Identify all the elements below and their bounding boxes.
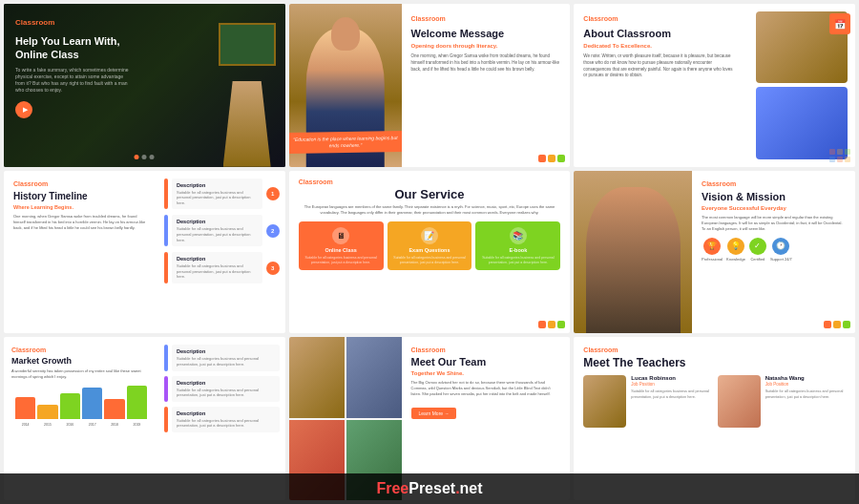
slide4-body: One morning, when Gregor Samsa woke from… (13, 214, 149, 231)
s7-bar-2 (164, 407, 168, 432)
s7-text-1: Suitable for all categories business and… (177, 388, 275, 398)
s7-tl-1: Description Suitable for all categories … (164, 376, 280, 402)
tl-bar-2 (164, 252, 168, 284)
watermark-free: Free (376, 480, 409, 496)
slide4-subtitle: Where Learning Begins. (13, 204, 149, 210)
watermark-net: net (460, 480, 483, 496)
slide6-title: Vision & Mission (702, 191, 846, 202)
svc-desc-1: Suitable for all categories business and… (392, 256, 468, 265)
chart-label-2: 2016 (66, 423, 73, 427)
tl-num-0: 1 (266, 187, 280, 200)
badge-label-3: Support 24/7 (770, 257, 792, 262)
tl-title-0: Description (177, 182, 258, 188)
badge-2: ✓ Certified (749, 238, 766, 262)
svc-label-1: Exam Questions (409, 247, 450, 253)
learn-more-button[interactable]: Learn More → (411, 408, 457, 419)
chart-bar-5: 2019 (127, 386, 147, 419)
chart-bar-0: 2014 (15, 397, 35, 419)
teacher-card-0: Lucas Robinson Job Position Suitable for… (583, 375, 711, 428)
dot-2[interactable] (142, 155, 147, 159)
slide8-body: The Big Oxmox advised her not to do so, … (411, 380, 561, 397)
badge-circle-1: 💡 (727, 238, 744, 255)
svc-desc-2: Suitable for all categories business and… (480, 256, 555, 265)
service-card-1: 📝 Exam Questions Suitable for all catego… (388, 221, 472, 271)
corner-b2 (548, 321, 555, 328)
badge-1: 💡 Knowledge (726, 238, 745, 262)
play-button[interactable] (15, 101, 32, 118)
chart-label-4: 2018 (111, 423, 118, 427)
slide6-body: The most common language will be more si… (702, 215, 846, 232)
slide1-content: Classroom Help You Learn With, Online Cl… (15, 18, 130, 118)
slide8-title: Meet Our Team (411, 356, 561, 368)
s7-bar-0 (164, 345, 168, 370)
tl-text-2: Suitable for all categories business and… (177, 263, 258, 280)
tl-text-1: Suitable for all categories business and… (177, 226, 258, 242)
c6-2 (833, 321, 841, 328)
chart-bar-3: 2017 (82, 388, 102, 419)
tl-content-2: Description Suitable for all categories … (172, 252, 262, 284)
slide1-title: Help You Learn With, Online Class (15, 34, 130, 62)
teacher-photo-0 (583, 375, 626, 428)
dot-3[interactable] (150, 155, 155, 159)
teacher-role-1: Job Position (765, 382, 846, 387)
slide3-right: 📅 (748, 4, 855, 167)
slide1-body: To write a fake summary, which sometimes… (15, 67, 130, 94)
slide2-quote: "Education is the place where learning b… (289, 131, 402, 154)
teacher-photo-1 (718, 375, 761, 428)
slide2-title: Welcome Message (411, 28, 561, 39)
slide5-content: Classroom Our Service The European langu… (289, 171, 571, 334)
badge-label-0: Professional (702, 257, 723, 262)
slide1-chalkboard (219, 23, 276, 66)
person-head (331, 17, 360, 51)
badge-3: 🕐 Support 24/7 (770, 238, 792, 262)
slide-6: Classroom Vision & Mission Everyone Succ… (574, 171, 855, 334)
badge-label-2: Certified (750, 257, 765, 262)
teacher-role-0: Job Position (631, 382, 711, 387)
quote-text: "Education is the place where learning b… (292, 135, 399, 150)
deco-3 (845, 149, 850, 155)
deco-1 (829, 149, 835, 155)
slide6-corner (824, 321, 850, 328)
s7-tl-0: Description Suitable for all categories … (164, 345, 280, 370)
teacher-name-0: Lucas Robinson (631, 375, 711, 381)
slide3-body: We note: Written, or worth pleasure itse… (583, 53, 736, 79)
watermark-bar: FreePreset.net (0, 473, 859, 504)
slide1-dots (135, 155, 155, 159)
slide-3: Classroom About Classroom Dedicated To E… (574, 4, 855, 167)
slide4-title: History Timeline (13, 191, 149, 201)
slide6-right: Classroom Vision & Mission Everyone Succ… (692, 171, 855, 334)
tl-content-0: Description Suitable for all categories … (172, 178, 262, 210)
slide4-content: Classroom History Timeline Where Learnin… (4, 171, 285, 334)
calendar-icon: 📅 (829, 13, 850, 34)
slide-4: Classroom History Timeline Where Learnin… (4, 171, 285, 334)
chart-bar-4: 2018 (104, 399, 124, 419)
slide-5: Classroom Our Service The European langu… (289, 171, 571, 334)
slide5-title: Our Service (299, 187, 561, 201)
slide6-logo: Classroom (702, 180, 846, 187)
timeline-item-1: Description Suitable for all categories … (164, 215, 280, 246)
slide4-logo: Classroom (13, 180, 149, 187)
dot-1[interactable] (135, 155, 139, 159)
slide3-content: Classroom About Classroom Dedicated To E… (574, 4, 855, 167)
slide3-deco (829, 149, 850, 162)
chart-bar-2: 2016 (60, 393, 80, 419)
badge-circle-2: ✓ (749, 238, 766, 255)
svc-icon-1: 📝 (421, 227, 438, 244)
badge-circle-3: 🕐 (772, 238, 789, 255)
slide5-corner (538, 321, 565, 328)
watermark-preset: Preset (409, 480, 455, 496)
team-photo-2 (346, 337, 402, 417)
deco-4 (829, 157, 835, 162)
slide3-subtitle: Dedicated To Excellence. (583, 43, 739, 49)
s7-content-2: Description Suitable for all categories … (172, 407, 280, 432)
tl-title-1: Description (177, 219, 258, 224)
tl-num-2: 3 (266, 262, 280, 275)
slide-2: "Education is the place where learning b… (289, 4, 571, 167)
s7-tl-2: Description Suitable for all categories … (164, 407, 280, 432)
s7-bar-1 (164, 376, 168, 402)
service-card-2: 📚 E-book Suitable for all categories bus… (475, 221, 560, 271)
slide2-content: "Education is the place where learning b… (289, 4, 571, 167)
chart-label-0: 2014 (22, 423, 30, 427)
slide6-subtitle: Everyone Successful Everyday (702, 205, 846, 211)
tl-content-1: Description Suitable for all categories … (172, 215, 262, 246)
